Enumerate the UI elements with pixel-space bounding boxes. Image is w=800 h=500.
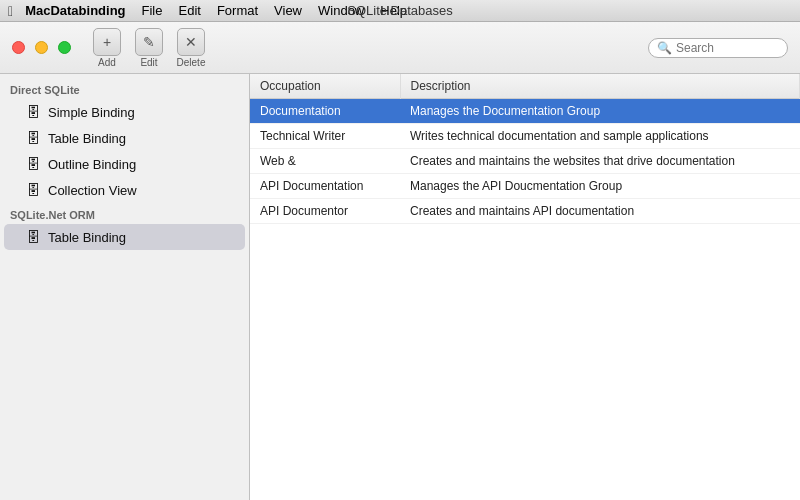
col-description: Description (400, 74, 800, 99)
cell-occupation: API Documentation (250, 174, 400, 199)
edit-button[interactable]: ✎ Edit (131, 28, 167, 68)
menu-app-name[interactable]: MacDatabinding (17, 0, 133, 22)
edit-label: Edit (140, 57, 157, 68)
toolbar: + Add ✎ Edit ✕ Delete 🔍 (0, 22, 800, 74)
table-area: Occupation Description DocumentationMana… (250, 74, 800, 500)
col-occupation: Occupation (250, 74, 400, 99)
add-icon: + (93, 28, 121, 56)
delete-label: Delete (177, 57, 206, 68)
outline-binding-label: Outline Binding (48, 157, 136, 172)
traffic-lights (12, 41, 73, 54)
sidebar-item-outline-binding[interactable]: 🗄 Outline Binding (4, 151, 245, 177)
outline-binding-icon: 🗄 (24, 155, 42, 173)
add-label: Add (98, 57, 116, 68)
table-row[interactable]: API DocumentorCreates and maintains API … (250, 199, 800, 224)
cell-occupation: Documentation (250, 99, 400, 124)
traffic-light-yellow[interactable] (35, 41, 48, 54)
collection-view-label: Collection View (48, 183, 137, 198)
table-body: DocumentationManages the Documentation G… (250, 99, 800, 224)
cell-description: Creates and maintains the websites that … (400, 149, 800, 174)
sidebar-item-collection-view[interactable]: 🗄 Collection View (4, 177, 245, 203)
sidebar-item-table-binding-direct[interactable]: 🗄 Table Binding (4, 125, 245, 151)
cell-occupation: API Documentor (250, 199, 400, 224)
table-binding-orm-icon: 🗄 (24, 228, 42, 246)
add-button[interactable]: + Add (89, 28, 125, 68)
sidebar: Direct SQLite 🗄 Simple Binding 🗄 Table B… (0, 74, 250, 500)
cell-description: Writes technical documentation and sampl… (400, 124, 800, 149)
table-header: Occupation Description (250, 74, 800, 99)
simple-binding-icon: 🗄 (24, 103, 42, 121)
cell-description: Manages the API Doucmentation Group (400, 174, 800, 199)
traffic-light-red[interactable] (12, 41, 25, 54)
delete-button[interactable]: ✕ Delete (173, 28, 209, 68)
cell-description: Manages the Documentation Group (400, 99, 800, 124)
sidebar-item-table-binding-orm[interactable]: 🗄 Table Binding (4, 224, 245, 250)
menu-file[interactable]: File (134, 0, 171, 22)
cell-occupation: Technical Writer (250, 124, 400, 149)
table-row[interactable]: Technical WriterWrites technical documen… (250, 124, 800, 149)
table-row[interactable]: API DocumentationManages the API Doucmen… (250, 174, 800, 199)
search-icon: 🔍 (657, 41, 672, 55)
edit-icon: ✎ (135, 28, 163, 56)
table-binding-orm-label: Table Binding (48, 230, 126, 245)
menu-format[interactable]: Format (209, 0, 266, 22)
apple-menu-icon[interactable]:  (8, 3, 13, 19)
search-input[interactable] (676, 41, 786, 55)
menu-view[interactable]: View (266, 0, 310, 22)
window-title: SQLite Databases (347, 3, 453, 18)
table-row[interactable]: Web &Creates and maintains the websites … (250, 149, 800, 174)
sidebar-section-direct-sqlite: Direct SQLite (0, 78, 249, 99)
collection-view-icon: 🗄 (24, 181, 42, 199)
traffic-light-green[interactable] (58, 41, 71, 54)
table-binding-direct-icon: 🗄 (24, 129, 42, 147)
delete-icon: ✕ (177, 28, 205, 56)
titlebar:  MacDatabinding File Edit Format View W… (0, 0, 800, 22)
main-content: Direct SQLite 🗄 Simple Binding 🗄 Table B… (0, 74, 800, 500)
simple-binding-label: Simple Binding (48, 105, 135, 120)
toolbar-action-buttons: + Add ✎ Edit ✕ Delete (89, 28, 209, 68)
menu-edit[interactable]: Edit (170, 0, 208, 22)
sidebar-section-orm: SQLite.Net ORM (0, 203, 249, 224)
search-bar[interactable]: 🔍 (648, 38, 788, 58)
cell-occupation: Web & (250, 149, 400, 174)
sidebar-item-simple-binding[interactable]: 🗄 Simple Binding (4, 99, 245, 125)
cell-description: Creates and maintains API documentation (400, 199, 800, 224)
table-binding-direct-label: Table Binding (48, 131, 126, 146)
data-table: Occupation Description DocumentationMana… (250, 74, 800, 224)
table-row[interactable]: DocumentationManages the Documentation G… (250, 99, 800, 124)
